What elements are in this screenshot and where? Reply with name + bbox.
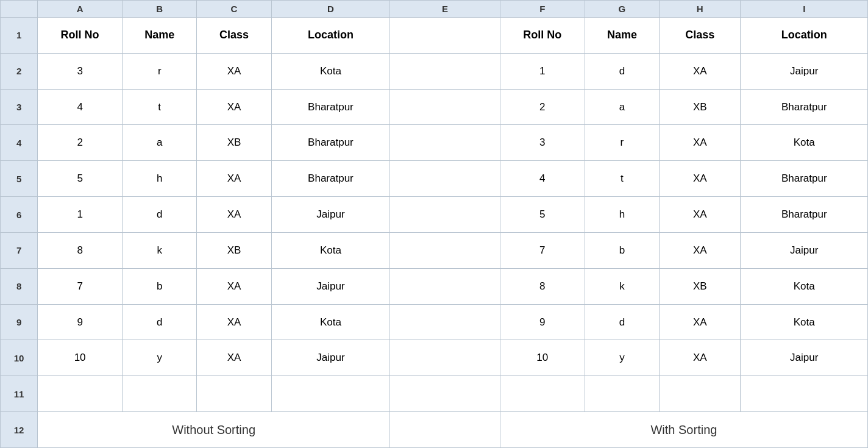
table-row: 4 2 a XB Bharatpur 3 r XA Kota [1,125,868,161]
cell-5F: 4 [500,161,585,197]
cell-2I: Jaipur [741,53,868,89]
cell-11F [500,376,585,412]
cell-1A: Roll No [38,18,123,54]
cell-1D: Location [271,18,390,54]
cell-1C: Class [197,18,271,54]
cell-3B: t [123,89,197,125]
cell-2F: 1 [500,53,585,89]
cell-7I: Jaipur [741,232,868,268]
row-num-11: 11 [1,376,38,412]
cell-11C [197,376,271,412]
cell-8H: XB [660,268,741,304]
table-row: 8 7 b XA Jaipur 8 k XB Kota [1,268,868,304]
row-num-10: 10 [1,340,38,376]
cell-8E [390,268,500,304]
cell-10G: y [585,340,659,376]
row-num-1: 1 [1,18,38,54]
cell-2A: 3 [38,53,123,89]
cell-9E [390,304,500,340]
cell-11E [390,376,500,412]
cell-6C: XA [197,197,271,233]
cell-3F: 2 [500,89,585,125]
cell-5E [390,161,500,197]
row-num-3: 3 [1,89,38,125]
cell-8B: b [123,268,197,304]
cell-11B [123,376,197,412]
table-row: 12 Without Sorting With Sorting [1,412,868,448]
col-H-header: H [660,1,741,18]
col-C-header: C [197,1,271,18]
cell-6A: 1 [38,197,123,233]
table-row: 3 4 t XA Bharatpur 2 a XB Bharatpur [1,89,868,125]
cell-7F: 7 [500,232,585,268]
row-num-9: 9 [1,304,38,340]
cell-3G: a [585,89,659,125]
cell-3A: 4 [38,89,123,125]
spreadsheet: A B C D E F G H I 1 Roll No Name Class L… [0,0,868,448]
cell-5B: h [123,161,197,197]
cell-2H: XA [660,53,741,89]
table-row: 11 [1,376,868,412]
cell-4H: XA [660,125,741,161]
cell-6H: XA [660,197,741,233]
cell-9G: d [585,304,659,340]
cell-6G: h [585,197,659,233]
table-row: 6 1 d XA Jaipur 5 h XA Bharatpur [1,197,868,233]
without-sorting-label: Without Sorting [38,412,390,448]
cell-5I: Bharatpur [741,161,868,197]
cell-6F: 5 [500,197,585,233]
cell-7C: XB [197,232,271,268]
cell-7B: k [123,232,197,268]
cell-7E [390,232,500,268]
cell-9A: 9 [38,304,123,340]
row-num-12: 12 [1,412,38,448]
cell-3D: Bharatpur [271,89,390,125]
cell-1H: Class [660,18,741,54]
row-num-6: 6 [1,197,38,233]
row-num-8: 8 [1,268,38,304]
cell-2D: Kota [271,53,390,89]
table-row: 2 3 r XA Kota 1 d XA Jaipur [1,53,868,89]
cell-7A: 8 [38,232,123,268]
table-row: 9 9 d XA Kota 9 d XA Kota [1,304,868,340]
col-D-header: D [271,1,390,18]
cell-10H: XA [660,340,741,376]
cell-4B: a [123,125,197,161]
cell-5G: t [585,161,659,197]
cell-5C: XA [197,161,271,197]
table-row: 5 5 h XA Bharatpur 4 t XA Bharatpur [1,161,868,197]
cell-9C: XA [197,304,271,340]
cell-2G: d [585,53,659,89]
cell-5H: XA [660,161,741,197]
cell-8G: k [585,268,659,304]
col-F-header: F [500,1,585,18]
table-row: 1 Roll No Name Class Location Roll No Na… [1,18,868,54]
col-E-header: E [390,1,500,18]
cell-4F: 3 [500,125,585,161]
col-B-header: B [123,1,197,18]
cell-11H [660,376,741,412]
cell-9D: Kota [271,304,390,340]
cell-1E [390,18,500,54]
cell-6B: d [123,197,197,233]
cell-4E [390,125,500,161]
cell-7D: Kota [271,232,390,268]
corner-cell [1,1,38,18]
cell-10A: 10 [38,340,123,376]
cell-1B: Name [123,18,197,54]
row-num-4: 4 [1,125,38,161]
cell-10I: Jaipur [741,340,868,376]
cell-6D: Jaipur [271,197,390,233]
cell-9B: d [123,304,197,340]
cell-10B: y [123,340,197,376]
cell-1G: Name [585,18,659,54]
row-num-7: 7 [1,232,38,268]
cell-1I: Location [741,18,868,54]
cell-11D [271,376,390,412]
with-sorting-label: With Sorting [500,412,867,448]
cell-7H: XA [660,232,741,268]
cell-5D: Bharatpur [271,161,390,197]
cell-2E [390,53,500,89]
cell-8F: 8 [500,268,585,304]
cell-8A: 7 [38,268,123,304]
